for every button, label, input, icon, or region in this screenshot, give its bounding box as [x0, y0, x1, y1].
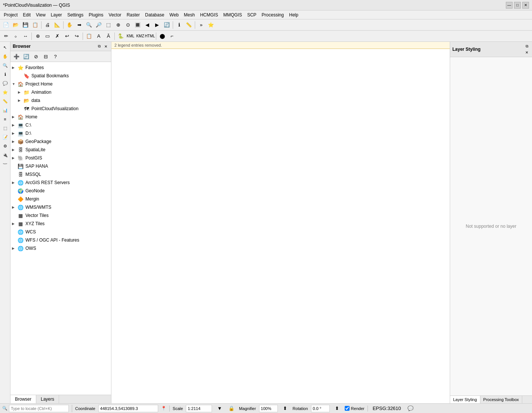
- menu-item-raster[interactable]: Raster: [124, 12, 142, 18]
- new-spatial-bookmark[interactable]: ⭐: [206, 21, 215, 30]
- composer-button[interactable]: 📐: [53, 21, 62, 30]
- browser-close-button[interactable]: ✕: [103, 43, 109, 49]
- zoom-next-button[interactable]: ▶: [153, 21, 162, 30]
- add-feature-button[interactable]: ⊕: [33, 32, 42, 41]
- magnifier-input[interactable]: [259, 405, 278, 412]
- browser-filter-button[interactable]: ⊘: [31, 52, 40, 61]
- kml-button[interactable]: KML: [126, 32, 135, 41]
- browser-item-d-drive[interactable]: ▶💻D:\: [10, 129, 111, 137]
- select-tool-button[interactable]: ↖: [1, 43, 9, 52]
- pan-map-button[interactable]: ➡: [75, 21, 84, 30]
- browser-item-favorites[interactable]: ▶⭐Favorites: [10, 63, 111, 72]
- layer-order-button[interactable]: ≡: [1, 115, 9, 123]
- processing-toolbox-bottom-tab[interactable]: Processing Toolbox: [480, 396, 522, 403]
- locate-input[interactable]: [9, 405, 69, 412]
- browser-item-ows[interactable]: ▶🌐OWS: [10, 244, 111, 252]
- pan-button[interactable]: ✋: [65, 21, 74, 30]
- browser-item-mergin[interactable]: 🔶Mergin: [10, 195, 111, 203]
- save-as-button[interactable]: 📋: [31, 21, 40, 30]
- line-button[interactable]: ⌐: [167, 32, 176, 41]
- menu-item-view[interactable]: View: [34, 12, 48, 18]
- zoom-in-button[interactable]: 🔍: [84, 21, 93, 30]
- new-project-button[interactable]: 📄: [1, 21, 10, 30]
- digitize-button[interactable]: ✏: [1, 32, 10, 41]
- identify-button[interactable]: ℹ: [175, 21, 184, 30]
- label2-button[interactable]: Ā: [104, 32, 113, 41]
- close-button[interactable]: ✕: [522, 2, 529, 9]
- menu-item-database[interactable]: Database: [143, 12, 166, 18]
- python-button[interactable]: 🐍: [116, 32, 125, 41]
- more-button[interactable]: »: [197, 21, 206, 30]
- status-messages-button[interactable]: 💬: [406, 404, 415, 413]
- browser-refresh-button[interactable]: 🔄: [22, 52, 31, 61]
- scale-input[interactable]: [186, 405, 212, 412]
- move-feature-button[interactable]: ↔: [21, 32, 30, 41]
- menu-item-project[interactable]: Project: [1, 12, 20, 18]
- browser-item-home[interactable]: ▶🏠Home: [10, 113, 111, 121]
- layer-styling-float-button[interactable]: ⧉: [524, 43, 530, 49]
- browser-item-data[interactable]: ▶📂data: [10, 96, 111, 105]
- browser-float-button[interactable]: ⧉: [96, 43, 102, 49]
- layer-styling-close-button[interactable]: ✕: [524, 49, 530, 55]
- layers-tab[interactable]: Layers: [36, 395, 59, 403]
- magnifier-spin-button[interactable]: ⬍: [281, 404, 290, 413]
- zoom-selection-button[interactable]: 🔳: [133, 21, 142, 30]
- browser-add-button[interactable]: ➕: [12, 52, 21, 61]
- rotation-spin-button[interactable]: ⬍: [333, 404, 342, 413]
- browser-item-animation[interactable]: ▶📁Animation: [10, 88, 111, 96]
- zoom-box-button[interactable]: ⬚: [104, 21, 113, 30]
- browser-collapse-button[interactable]: ⊟: [41, 52, 50, 61]
- html-button[interactable]: HTML: [145, 32, 154, 41]
- save-project-button[interactable]: 💾: [21, 21, 30, 30]
- paste-button[interactable]: 📋: [84, 32, 93, 41]
- bookmark-tool-button[interactable]: ⭐: [1, 88, 9, 96]
- node-tool-button[interactable]: ⬦: [11, 32, 20, 41]
- menu-item-processing[interactable]: Processing: [259, 12, 286, 18]
- render-checkbox[interactable]: [345, 406, 350, 411]
- pan-tool-button[interactable]: ✋: [1, 52, 9, 60]
- menu-item-plugins[interactable]: Plugins: [86, 12, 105, 18]
- browser-item-wcs[interactable]: 🌐WCS: [10, 228, 111, 236]
- browser-item-project-home[interactable]: ▼🏠Project Home: [10, 80, 111, 88]
- kmz-button[interactable]: KMZ: [136, 32, 145, 41]
- point-button[interactable]: ⬤: [158, 32, 167, 41]
- undo-button[interactable]: ↩: [62, 32, 71, 41]
- select-button[interactable]: ▭: [43, 32, 52, 41]
- coordinate-input[interactable]: [98, 405, 158, 412]
- lock-scale-button[interactable]: 🔒: [227, 404, 236, 413]
- open-project-button[interactable]: 📂: [11, 21, 20, 30]
- zoom-out-button[interactable]: 🔎: [94, 21, 103, 30]
- task-manager-button[interactable]: ⚙: [1, 142, 9, 150]
- refresh-button[interactable]: 🔄: [162, 21, 171, 30]
- measure-tool-button[interactable]: 📏: [1, 97, 9, 105]
- browser-tab[interactable]: Browser: [10, 395, 36, 403]
- browser-item-postgis[interactable]: ▶🐘PostGIS: [10, 154, 111, 162]
- redo-button[interactable]: ↪: [72, 32, 81, 41]
- plugins-button[interactable]: 🔌: [1, 151, 9, 159]
- zoom-tool-button[interactable]: 🔍: [1, 61, 9, 69]
- menu-item-scp[interactable]: SCP: [245, 12, 259, 18]
- browser-item-vector-tiles[interactable]: ▦Vector Tiles: [10, 211, 111, 220]
- layer-styling-bottom-tab[interactable]: Layer Styling: [450, 396, 480, 403]
- print-layout-button[interactable]: 🖨: [43, 21, 52, 30]
- browser-item-geopackage[interactable]: ▶📦GeoPackage: [10, 137, 111, 146]
- browser-help-button[interactable]: ?: [51, 52, 60, 61]
- menu-item-edit[interactable]: Edit: [21, 12, 33, 18]
- info-tool-button[interactable]: ℹ: [1, 70, 9, 78]
- label-button[interactable]: A: [94, 32, 103, 41]
- epsg-button[interactable]: EPSG:32610: [371, 404, 403, 413]
- zoom-prev-button[interactable]: ◀: [143, 21, 152, 30]
- browser-item-geonode[interactable]: 🌍GeoNode: [10, 187, 111, 195]
- statistics-button[interactable]: 📊: [1, 106, 9, 114]
- browser-item-wms-wmts[interactable]: ▶🌐WMS/WMTS: [10, 203, 111, 211]
- vector-tool-button[interactable]: 〰: [1, 160, 9, 168]
- browser-item-sap-hana[interactable]: 💾SAP HANA: [10, 162, 111, 170]
- maximize-button[interactable]: □: [514, 2, 521, 9]
- scale-down-button[interactable]: ▼: [215, 404, 224, 413]
- minimize-button[interactable]: —: [506, 2, 513, 9]
- menu-item-mmqgis[interactable]: MMQGIS: [221, 12, 244, 18]
- menu-item-vector[interactable]: Vector: [107, 12, 124, 18]
- browser-item-spatial-bookmarks[interactable]: 🔖Spatial Bookmarks: [10, 72, 111, 80]
- menu-item-hcmgis[interactable]: HCMGIS: [198, 12, 220, 18]
- menu-item-mesh[interactable]: Mesh: [182, 12, 197, 18]
